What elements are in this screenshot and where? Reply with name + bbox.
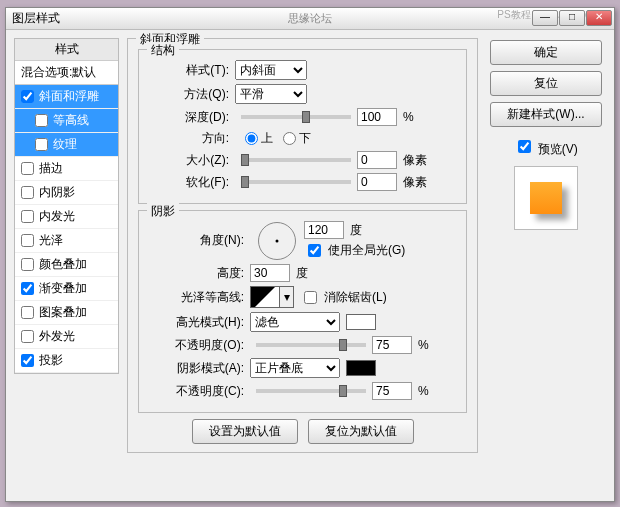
style-item-8[interactable]: 渐变叠加 — [15, 277, 118, 301]
direction-up-label: 上 — [261, 130, 273, 147]
style-item-2[interactable]: 纹理 — [15, 133, 118, 157]
depth-input[interactable] — [357, 108, 397, 126]
style-item-checkbox[interactable] — [21, 186, 34, 199]
global-light-label: 使用全局光(G) — [328, 242, 405, 259]
style-item-label: 内发光 — [39, 208, 75, 225]
style-item-5[interactable]: 内发光 — [15, 205, 118, 229]
depth-slider[interactable] — [241, 115, 351, 119]
right-panel: 确定 复位 新建样式(W)... 预览(V) — [486, 38, 606, 493]
bevel-emboss-group: 斜面和浮雕 结构 样式(T): 内斜面 方法(Q): 平滑 深度(D): — [127, 38, 478, 453]
style-item-label: 描边 — [39, 160, 63, 177]
blending-options-item[interactable]: 混合选项:默认 — [15, 61, 118, 85]
style-item-checkbox[interactable] — [21, 258, 34, 271]
angle-unit: 度 — [350, 222, 362, 239]
size-input[interactable] — [357, 151, 397, 169]
style-item-label: 斜面和浮雕 — [39, 88, 99, 105]
direction-down-radio[interactable] — [283, 132, 296, 145]
layer-style-dialog: 图层样式 思缘论坛 PS教程 bbs.tuyuan.com — □ ✕ 样式 混… — [5, 7, 615, 502]
soften-input[interactable] — [357, 173, 397, 191]
highlight-mode-label: 高光模式(H): — [149, 314, 244, 331]
style-item-label: 投影 — [39, 352, 63, 369]
style-item-checkbox[interactable] — [21, 354, 34, 367]
shadow-opacity-input[interactable] — [372, 382, 412, 400]
preview-label: 预览(V) — [538, 142, 578, 156]
structure-legend: 结构 — [147, 42, 179, 59]
style-item-checkbox[interactable] — [21, 330, 34, 343]
preview-square — [530, 182, 562, 214]
shadow-color-swatch[interactable] — [346, 360, 376, 376]
soften-slider[interactable] — [241, 180, 351, 184]
direction-down-label: 下 — [299, 130, 311, 147]
technique-label: 方法(Q): — [149, 86, 229, 103]
style-item-label: 图案叠加 — [39, 304, 87, 321]
gloss-contour-swatch[interactable] — [250, 286, 280, 308]
style-label: 样式(T): — [149, 62, 229, 79]
shading-legend: 阴影 — [147, 203, 179, 220]
style-item-7[interactable]: 颜色叠加 — [15, 253, 118, 277]
style-item-11[interactable]: 投影 — [15, 349, 118, 373]
highlight-opacity-label: 不透明度(O): — [149, 337, 244, 354]
angle-dial[interactable] — [258, 222, 296, 260]
gloss-contour-dropdown[interactable]: ▾ — [280, 286, 294, 308]
style-item-checkbox[interactable] — [21, 90, 34, 103]
shadow-opacity-slider[interactable] — [256, 389, 366, 393]
style-item-9[interactable]: 图案叠加 — [15, 301, 118, 325]
highlight-color-swatch[interactable] — [346, 314, 376, 330]
style-item-label: 渐变叠加 — [39, 280, 87, 297]
highlight-opacity-input[interactable] — [372, 336, 412, 354]
titlebar-watermark-center: 思缘论坛 — [288, 11, 332, 26]
technique-select[interactable]: 平滑 — [235, 84, 307, 104]
antialias-checkbox[interactable] — [304, 291, 317, 304]
maximize-button[interactable]: □ — [559, 10, 585, 26]
angle-input[interactable] — [304, 221, 344, 239]
shadow-mode-label: 阴影模式(A): — [149, 360, 244, 377]
direction-label: 方向: — [149, 130, 229, 147]
style-select[interactable]: 内斜面 — [235, 60, 307, 80]
angle-label: 角度(N): — [149, 232, 244, 249]
style-item-4[interactable]: 内阴影 — [15, 181, 118, 205]
style-item-checkbox[interactable] — [21, 210, 34, 223]
style-item-10[interactable]: 外发光 — [15, 325, 118, 349]
style-item-label: 光泽 — [39, 232, 63, 249]
style-item-6[interactable]: 光泽 — [15, 229, 118, 253]
shadow-opacity-label: 不透明度(C): — [149, 383, 244, 400]
cancel-button[interactable]: 复位 — [490, 71, 602, 96]
style-item-checkbox[interactable] — [21, 282, 34, 295]
styles-header[interactable]: 样式 — [15, 39, 118, 61]
style-item-checkbox[interactable] — [35, 114, 48, 127]
reset-default-button[interactable]: 复位为默认值 — [308, 419, 414, 444]
titlebar[interactable]: 图层样式 思缘论坛 PS教程 bbs.tuyuan.com — □ ✕ — [6, 8, 614, 30]
style-item-checkbox[interactable] — [21, 234, 34, 247]
make-default-button[interactable]: 设置为默认值 — [192, 419, 298, 444]
highlight-mode-select[interactable]: 滤色 — [250, 312, 340, 332]
minimize-button[interactable]: — — [532, 10, 558, 26]
soften-label: 软化(F): — [149, 174, 229, 191]
settings-panel: 斜面和浮雕 结构 样式(T): 内斜面 方法(Q): 平滑 深度(D): — [119, 38, 486, 493]
style-item-label: 颜色叠加 — [39, 256, 87, 273]
style-item-checkbox[interactable] — [35, 138, 48, 151]
shadow-mode-select[interactable]: 正片叠底 — [250, 358, 340, 378]
direction-up-radio[interactable] — [245, 132, 258, 145]
global-light-checkbox[interactable] — [308, 244, 321, 257]
style-item-1[interactable]: 等高线 — [15, 109, 118, 133]
altitude-label: 高度: — [149, 265, 244, 282]
style-item-checkbox[interactable] — [21, 306, 34, 319]
style-item-checkbox[interactable] — [21, 162, 34, 175]
style-item-label: 纹理 — [53, 136, 77, 153]
size-label: 大小(Z): — [149, 152, 229, 169]
highlight-opacity-unit: % — [418, 338, 429, 352]
altitude-unit: 度 — [296, 265, 308, 282]
altitude-input[interactable] — [250, 264, 290, 282]
close-button[interactable]: ✕ — [586, 10, 612, 26]
style-item-label: 等高线 — [53, 112, 89, 129]
size-slider[interactable] — [241, 158, 351, 162]
size-unit: 像素 — [403, 152, 427, 169]
highlight-opacity-slider[interactable] — [256, 343, 366, 347]
style-item-0[interactable]: 斜面和浮雕 — [15, 85, 118, 109]
new-style-button[interactable]: 新建样式(W)... — [490, 102, 602, 127]
shading-group: 阴影 角度(N): 度 使用全局光(G) — [138, 210, 467, 413]
preview-checkbox[interactable] — [518, 140, 531, 153]
ok-button[interactable]: 确定 — [490, 40, 602, 65]
structure-group: 结构 样式(T): 内斜面 方法(Q): 平滑 深度(D): % — [138, 49, 467, 204]
style-item-3[interactable]: 描边 — [15, 157, 118, 181]
